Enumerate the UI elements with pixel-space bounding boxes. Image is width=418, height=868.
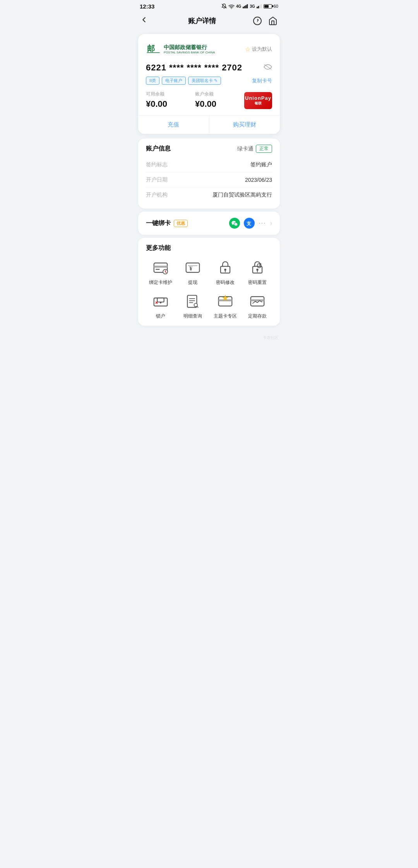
time-deposit-icon [248, 292, 267, 311]
institution-label: 开户机构 [146, 191, 168, 198]
status-time: 12:33 [140, 3, 154, 10]
func-password-reset-label: 密码重置 [248, 279, 267, 286]
svg-rect-18 [154, 266, 167, 268]
available-balance-label: 可用余额 [146, 91, 195, 97]
func-lock-account[interactable]: 锁户 [146, 292, 175, 320]
bank-card-section: 邮 中国邮政储蓄银行 POSTAL SAVINGS BANK OF CHINA … [138, 34, 280, 134]
func-theme-card-label: 主题卡专区 [214, 313, 237, 320]
bind-card-title: 一键绑卡 [146, 219, 171, 227]
institution-value: 厦门自贸试验区嵩屿支行 [212, 191, 272, 198]
battery-fill [264, 5, 269, 8]
chevron-right-icon: › [270, 220, 272, 227]
svg-point-1 [231, 9, 232, 9]
signal-3g: 3G [250, 4, 255, 9]
card-number-row: 6221 **** **** **** 2702 [146, 63, 272, 73]
card-maintenance-icon [151, 258, 170, 277]
more-functions-section: 更多功能 绑定卡维护 ¥ [138, 238, 280, 326]
svg-text:支: 支 [247, 221, 252, 226]
contract-value: 签约账户 [250, 161, 272, 168]
card-number-text: 6221 **** **** **** 2702 [146, 63, 242, 73]
signal-4g: 4G [236, 4, 241, 9]
card-actions: 充值 购买理财 [138, 115, 280, 134]
svg-point-34 [160, 302, 161, 303]
func-lock-account-label: 锁户 [156, 313, 165, 320]
withdraw-icon: ¥ [183, 258, 202, 277]
password-change-icon [216, 258, 235, 277]
header: 账户详情 [134, 12, 284, 31]
star-icon: ☆ [245, 46, 250, 53]
header-actions [252, 15, 278, 26]
account-balance-label: 账户余额 [195, 91, 244, 97]
svg-rect-33 [157, 298, 164, 302]
account-balance-value: ¥0.00 [195, 99, 244, 109]
available-balance: 可用余额 ¥0.00 [146, 91, 195, 109]
theme-card-icon [216, 292, 235, 311]
function-grid: 绑定卡维护 ¥ 提现 密码修改 [146, 258, 272, 320]
func-card-maintenance-label: 绑定卡维护 [149, 279, 172, 286]
func-time-deposit[interactable]: 定期存款 [243, 292, 272, 320]
status-badge: 绿卡通 正常 [237, 145, 272, 153]
wifi-icon [228, 3, 235, 9]
svg-text:邮: 邮 [147, 44, 155, 53]
svg-rect-7 [258, 6, 259, 8]
home-button[interactable] [267, 15, 278, 26]
func-transaction-history[interactable]: 明细查询 [178, 292, 208, 320]
balance-row: 可用余额 ¥0.00 账户余额 ¥0.00 UnionPay 银联 [146, 91, 272, 109]
func-time-deposit-label: 定期存款 [248, 313, 267, 320]
svg-rect-8 [259, 5, 260, 8]
contract-label: 签约标志 [146, 161, 168, 168]
unionpay-logo: UnionPay 银联 [244, 92, 272, 109]
page-title: 账户详情 [188, 16, 216, 26]
svg-point-11 [257, 23, 258, 23]
status-bar: 12:33 4G 3G [134, 0, 284, 12]
svg-rect-45 [218, 299, 232, 301]
normal-badge: 正常 [256, 145, 272, 153]
more-dots[interactable]: ··· [259, 220, 266, 227]
account-info-header: 账户信息 绿卡通 正常 [146, 145, 272, 153]
lock-account-icon [151, 292, 170, 311]
set-default-button[interactable]: ☆ 设为默认 [245, 46, 272, 53]
recharge-button[interactable]: 充值 [138, 116, 209, 134]
set-default-label: 设为默认 [252, 46, 272, 53]
account-info-title: 账户信息 [146, 145, 171, 153]
green-card-text: 绿卡通 [237, 145, 254, 152]
copy-card-button[interactable]: 复制卡号 [252, 77, 272, 84]
alipay-icon[interactable]: 支 [244, 218, 255, 229]
account-info-section: 账户信息 绿卡通 正常 签约标志 签约账户 开户日期 2023/06/23 开户… [138, 138, 280, 208]
svg-rect-5 [247, 4, 248, 9]
info-row-institution: 开户机构 厦门自贸试验区嵩屿支行 [146, 188, 272, 202]
promo-badge: 优惠 [174, 220, 188, 227]
buy-finance-button[interactable]: 购买理财 [209, 116, 280, 134]
bank-logo-icon: 邮 [146, 42, 161, 56]
bank-logo: 邮 中国邮政储蓄银行 POSTAL SAVINGS BANK OF CHINA [146, 42, 215, 56]
battery-icon [264, 4, 272, 9]
more-functions-title: 更多功能 [146, 244, 272, 252]
eye-icon[interactable] [264, 64, 272, 72]
svg-rect-2 [243, 7, 244, 8]
bank-name-en: POSTAL SAVINGS BANK OF CHINA [164, 51, 215, 55]
svg-rect-4 [245, 5, 247, 8]
wechat-icon[interactable] [229, 218, 240, 229]
func-card-maintenance[interactable]: 绑定卡维护 [146, 258, 175, 286]
signal-icon [243, 4, 248, 9]
svg-rect-3 [244, 6, 245, 8]
func-withdraw-label: 提现 [188, 279, 197, 286]
func-withdraw[interactable]: ¥ 提现 [178, 258, 208, 286]
card-tags-row: II类 电子账户 美团联名卡 ✎ 复制卡号 [146, 77, 272, 85]
bank-logo-text: 中国邮政储蓄银行 POSTAL SAVINGS BANK OF CHINA [164, 44, 215, 55]
tag-account-type: 电子账户 [162, 77, 186, 85]
open-date-value: 2023/06/23 [245, 177, 272, 183]
bind-card-section[interactable]: 一键绑卡 优惠 支 ··· › [138, 212, 280, 235]
svg-rect-6 [257, 7, 258, 8]
func-password-change[interactable]: 密码修改 [211, 258, 240, 286]
support-button[interactable] [252, 15, 263, 26]
signal-3g-bars [257, 4, 262, 9]
back-button[interactable] [140, 15, 152, 26]
tag-card-name: 美团联名卡 ✎ [188, 77, 221, 85]
func-theme-card[interactable]: 主题卡专区 [211, 292, 240, 320]
bottom-area: 卡农社区 [134, 329, 284, 347]
bind-card-right: 支 ··· › [229, 218, 272, 229]
svg-line-43 [197, 306, 198, 308]
unionpay-cn: 银联 [255, 101, 262, 106]
func-password-reset[interactable]: 密码重置 [243, 258, 272, 286]
